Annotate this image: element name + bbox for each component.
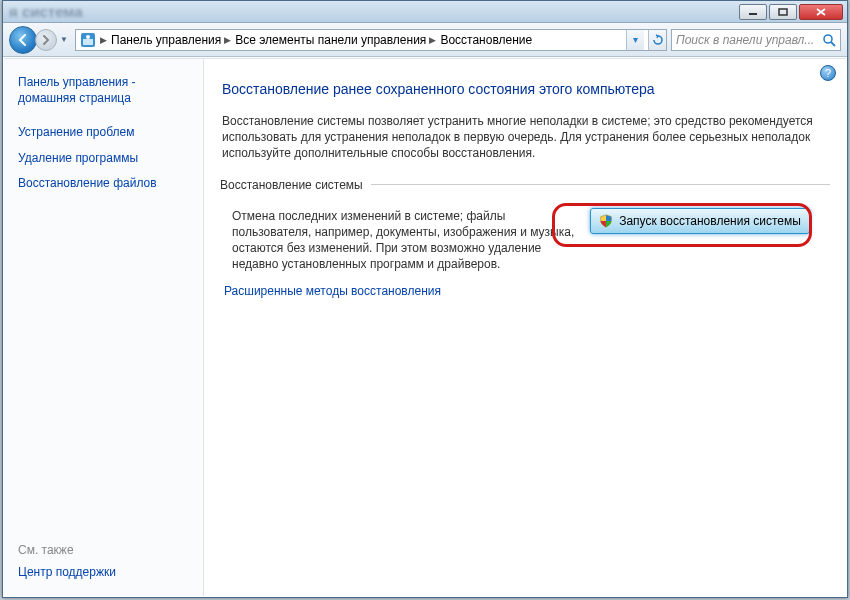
maximize-button[interactable]: [769, 4, 797, 20]
minimize-button[interactable]: [739, 4, 767, 20]
refresh-icon: [652, 34, 664, 46]
svg-rect-1: [779, 9, 787, 15]
group-description: Отмена последних изменений в системе; фа…: [232, 208, 576, 273]
system-restore-button[interactable]: Запуск восстановления системы: [590, 208, 810, 234]
forward-button[interactable]: [35, 29, 57, 51]
main-panel: ? Восстановление ранее сохраненного сост…: [204, 59, 846, 596]
breadcrumb-item[interactable]: Восстановление: [440, 33, 532, 47]
svg-point-6: [86, 35, 90, 39]
sidebar-home-link[interactable]: Панель управления - домашняя страница: [18, 75, 193, 106]
close-button[interactable]: [799, 4, 843, 20]
sidebar: Панель управления - домашняя страница Ус…: [4, 59, 204, 596]
svg-rect-5: [83, 39, 93, 45]
background-window-title: я система: [9, 3, 83, 20]
restore-button-label: Запуск восстановления системы: [619, 214, 801, 228]
sidebar-see-also-label: См. также: [18, 543, 193, 557]
refresh-button[interactable]: [648, 30, 666, 50]
titlebar: [3, 1, 847, 23]
search-icon: [822, 33, 836, 47]
uac-shield-icon: [599, 214, 613, 228]
breadcrumb-item[interactable]: Панель управления▶: [111, 33, 231, 47]
svg-point-7: [824, 35, 832, 43]
sidebar-action-center-link[interactable]: Центр поддержки: [18, 565, 193, 581]
arrow-left-icon: [17, 34, 29, 46]
control-panel-icon: [80, 32, 96, 48]
close-icon: [816, 8, 826, 16]
history-dropdown[interactable]: ▼: [57, 30, 71, 50]
advanced-recovery-link[interactable]: Расширенные методы восстановления: [224, 284, 830, 298]
sidebar-item-troubleshoot[interactable]: Устранение проблем: [18, 125, 193, 141]
sidebar-item-file-restore[interactable]: Восстановление файлов: [18, 176, 193, 192]
arrow-right-icon: [41, 35, 51, 45]
page-title: Восстановление ранее сохраненного состоя…: [222, 81, 830, 97]
search-input[interactable]: Поиск в панели управл...: [671, 29, 841, 51]
address-dropdown[interactable]: ▾: [626, 30, 644, 50]
group-title: Восстановление системы: [218, 178, 371, 192]
maximize-icon: [778, 8, 788, 16]
system-restore-group: Восстановление системы Отмена последних …: [222, 178, 830, 273]
intro-text: Восстановление системы позволяет устрани…: [222, 113, 830, 162]
minimize-icon: [748, 8, 758, 16]
address-bar[interactable]: ▶ Панель управления▶ Все элементы панели…: [75, 29, 667, 51]
search-placeholder: Поиск в панели управл...: [676, 33, 814, 47]
svg-line-8: [831, 42, 835, 46]
navbar: ▼ ▶ Панель управления▶ Все элементы пане…: [3, 23, 847, 57]
help-icon[interactable]: ?: [820, 65, 836, 81]
breadcrumb-item[interactable]: Все элементы панели управления▶: [235, 33, 436, 47]
breadcrumb-sep: ▶: [100, 35, 107, 45]
back-button[interactable]: [9, 26, 37, 54]
sidebar-item-uninstall[interactable]: Удаление программы: [18, 151, 193, 167]
